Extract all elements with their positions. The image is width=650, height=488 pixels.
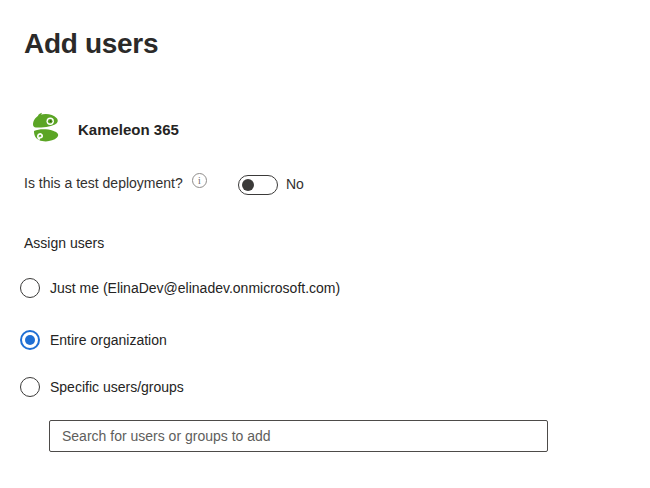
info-icon[interactable]: i xyxy=(192,173,207,188)
assign-users-label: Assign users xyxy=(24,235,104,251)
radio-option-label: Entire organization xyxy=(50,332,167,348)
page-title: Add users xyxy=(24,28,158,60)
radio-circle-icon xyxy=(20,278,40,298)
radio-option-label: Just me (ElinaDev@elinadev.onmicrosoft.c… xyxy=(50,280,340,296)
radio-circle-icon xyxy=(20,377,40,397)
radio-option-label: Specific users/groups xyxy=(50,379,184,395)
search-users-input[interactable] xyxy=(49,420,548,452)
radio-option-specific-users-groups[interactable]: Specific users/groups xyxy=(20,377,184,397)
add-users-panel: Add users Kameleon 365 Is this a test de… xyxy=(0,0,650,488)
test-deployment-label: Is this a test deployment? xyxy=(24,175,183,191)
chameleon-logo-icon xyxy=(30,112,62,144)
toggle-knob-icon xyxy=(242,179,254,191)
app-name: Kameleon 365 xyxy=(78,121,179,138)
toggle-value-label: No xyxy=(286,176,304,192)
radio-circle-icon xyxy=(20,330,40,350)
radio-option-entire-organization[interactable]: Entire organization xyxy=(20,330,167,350)
radio-option-just-me[interactable]: Just me (ElinaDev@elinadev.onmicrosoft.c… xyxy=(20,278,340,298)
test-deployment-toggle[interactable] xyxy=(238,175,278,195)
